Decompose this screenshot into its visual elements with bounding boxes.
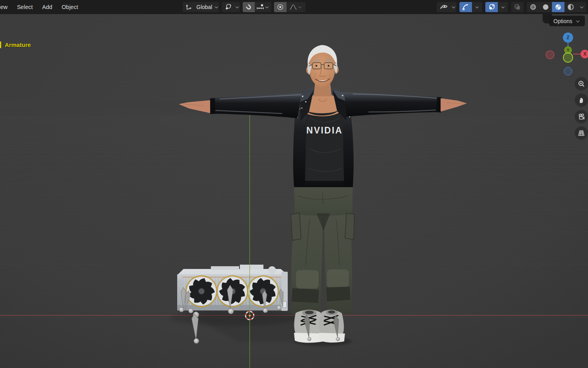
viewport-toggles (437, 2, 586, 12)
active-object-name: Armature (5, 41, 31, 48)
gpu-model[interactable] (177, 265, 288, 311)
chevron-down-icon (475, 5, 479, 9)
overlays-toggle[interactable] (485, 2, 498, 12)
menu-add[interactable]: Add (37, 0, 57, 14)
menu-select[interactable]: Select (12, 0, 37, 14)
info-divider (0, 41, 1, 48)
shirt-logo-text: NVIDIA (307, 125, 343, 135)
navigation-gizmo[interactable]: Z Y X (543, 31, 588, 76)
gizmo-axis-x[interactable]: X (581, 50, 588, 58)
orthographic-grid-button[interactable] (575, 126, 588, 140)
gizmo-axis-y-negative[interactable] (563, 52, 573, 63)
chevron-down-icon (501, 5, 505, 9)
gizmo-axis-z[interactable]: Z (563, 32, 573, 43)
transform-controls: Global (183, 2, 305, 12)
viewport-canvas[interactable]: NVIDIA (0, 0, 588, 368)
blender-window: NVIDIA (0, 0, 588, 368)
show-object-types-dropdown[interactable] (437, 2, 456, 12)
gizmos-group (459, 2, 482, 12)
shading-rendered-button[interactable] (564, 2, 577, 12)
orientation-axes-icon (183, 2, 195, 12)
chevron-down-icon (215, 5, 218, 9)
chevron-down-icon (298, 5, 301, 9)
gizmo-axis-z-negative[interactable] (564, 67, 572, 76)
options-dropdown[interactable]: Options (549, 16, 585, 26)
header-menus: View Select Add Object (0, 0, 83, 14)
orientation-label: Global (195, 4, 214, 10)
chevron-down-icon (452, 5, 455, 9)
shading-modes (527, 2, 586, 12)
axis-y-label: Y (567, 48, 570, 52)
snap-group (243, 2, 271, 12)
gizmos-toggle[interactable] (459, 2, 472, 12)
snap-settings-dropdown[interactable] (255, 2, 271, 12)
shading-material-preview-button[interactable] (552, 2, 564, 12)
viewport-side-tools (575, 77, 588, 140)
x-axis-gizmo-line (573, 54, 581, 54)
viewport-header: View Select Add Object Global (0, 0, 588, 14)
shading-wireframe-button[interactable] (527, 2, 539, 12)
proportional-group (274, 2, 305, 12)
pan-hand-button[interactable] (575, 94, 588, 107)
overlays-dropdown[interactable] (498, 2, 508, 12)
viewport-info-text: Armature (0, 41, 31, 48)
transform-orientation-dropdown[interactable]: Global (183, 2, 219, 12)
overlays-group (485, 2, 508, 12)
xray-toggle[interactable] (511, 2, 524, 12)
gizmos-dropdown[interactable] (472, 2, 482, 12)
menu-object[interactable]: Object (57, 0, 83, 14)
gpu-fan-left (186, 276, 217, 307)
chevron-down-icon (576, 20, 579, 23)
gizmo-axis-x-negative[interactable] (546, 51, 554, 59)
menu-view[interactable]: View (0, 0, 12, 14)
chevron-down-icon (580, 5, 583, 9)
pivot-point-dropdown[interactable] (222, 2, 240, 12)
shading-solid-button[interactable] (539, 2, 552, 12)
snap-magnet-toggle[interactable] (243, 2, 255, 12)
pivot-point-icon (222, 2, 234, 12)
visibility-eye-icon (437, 2, 451, 12)
proportional-falloff-dropdown[interactable] (287, 2, 305, 12)
zoom-button[interactable] (575, 77, 588, 90)
chevron-down-icon (265, 5, 269, 9)
axis-z-label: Z (566, 35, 569, 40)
proportional-editing-toggle[interactable] (274, 2, 287, 12)
chevron-down-icon (236, 5, 239, 9)
shading-dropdown[interactable] (577, 2, 586, 12)
options-label: Options (554, 18, 572, 24)
axis-x-label: X (583, 51, 586, 57)
camera-view-button[interactable] (575, 110, 588, 123)
